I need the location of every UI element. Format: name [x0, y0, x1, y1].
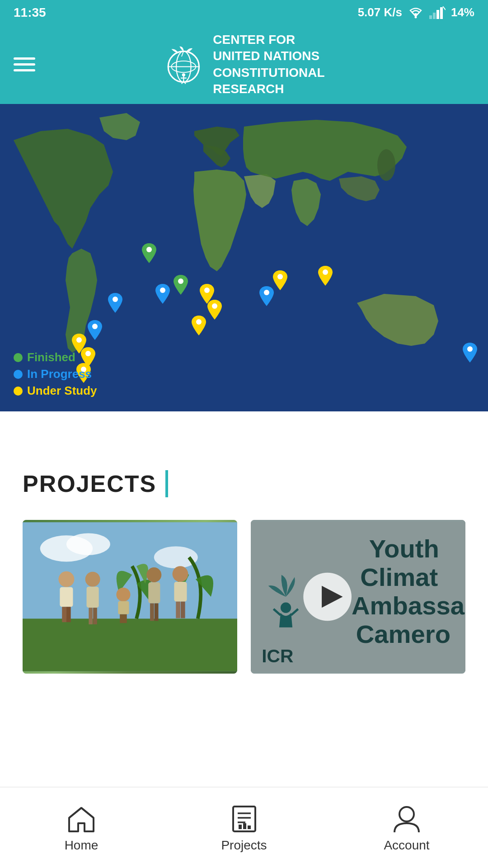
svg-rect-43	[87, 587, 99, 608]
svg-rect-73	[243, 823, 246, 829]
legend-finished: Finished	[14, 350, 97, 364]
home-label: Home	[65, 838, 99, 853]
svg-rect-4	[440, 7, 443, 19]
status-bar: 11:35 5.07 K/s 14%	[0, 0, 488, 25]
svg-point-30	[160, 288, 165, 293]
svg-point-17	[377, 149, 395, 181]
svg-rect-47	[118, 601, 129, 614]
svg-text:Camero: Camero	[356, 620, 450, 648]
projects-title: PROJECTS	[23, 470, 156, 497]
status-right: 5.07 K/s 14%	[358, 5, 474, 19]
svg-point-38	[58, 571, 74, 587]
logo-area: CENTER FOR UNITED NATIONS CONSTITUTIONAL…	[163, 32, 324, 98]
svg-point-75	[399, 807, 414, 821]
account-label: Account	[384, 838, 429, 853]
svg-rect-37	[23, 618, 237, 671]
svg-point-49	[146, 567, 161, 582]
globe-icon	[163, 44, 204, 85]
wifi-icon	[408, 6, 424, 19]
svg-text:Ambassa: Ambassa	[352, 591, 465, 620]
svg-rect-56	[181, 602, 185, 618]
gap-section	[0, 411, 488, 443]
home-icon	[66, 803, 97, 835]
hamburger-menu[interactable]	[14, 57, 35, 71]
svg-rect-54	[174, 582, 187, 602]
account-icon	[391, 803, 422, 835]
nav-account[interactable]: Account	[325, 803, 488, 853]
svg-point-58	[281, 603, 291, 613]
svg-rect-45	[93, 608, 97, 624]
network-speed: 5.07 K/s	[358, 5, 402, 19]
svg-point-0	[414, 16, 417, 18]
legend-inprogress: In Progress	[14, 367, 97, 381]
svg-point-24	[277, 274, 283, 279]
svg-rect-48	[120, 614, 127, 623]
bottom-navigation: Home Projects Account	[0, 787, 488, 868]
svg-point-46	[116, 588, 130, 602]
map-legend: Finished In Progress Under Study	[14, 350, 97, 398]
card2-illustration: Youth Climat Ambassa Camero ICR	[251, 520, 465, 674]
svg-rect-50	[148, 582, 160, 604]
world-map[interactable]: Finished In Progress Under Study	[0, 104, 488, 411]
project-card-2[interactable]: Youth Climat Ambassa Camero ICR	[251, 520, 465, 674]
svg-point-27	[178, 278, 183, 284]
svg-point-31	[264, 290, 269, 295]
svg-point-29	[92, 324, 98, 329]
svg-point-42	[85, 572, 100, 587]
legend-understudy: Under Study	[14, 384, 97, 398]
svg-rect-1	[429, 15, 432, 19]
svg-point-26	[146, 247, 152, 252]
signal-icon	[429, 6, 446, 19]
projects-section-header: PROJECTS	[23, 470, 465, 497]
svg-rect-39	[60, 587, 73, 607]
svg-rect-74	[248, 826, 251, 829]
svg-point-21	[204, 288, 210, 293]
svg-point-35	[66, 533, 110, 555]
app-header: CENTER FOR UNITED NATIONS CONSTITUTIONAL…	[0, 25, 488, 104]
svg-rect-52	[155, 604, 159, 621]
project-card-1[interactable]	[23, 520, 237, 674]
svg-point-11	[182, 73, 185, 76]
svg-point-25	[323, 269, 328, 275]
card2-background: Youth Climat Ambassa Camero ICR	[251, 520, 465, 674]
svg-line-5	[443, 6, 446, 10]
svg-point-22	[212, 303, 217, 309]
svg-text:Youth: Youth	[369, 534, 439, 563]
svg-rect-55	[176, 602, 180, 618]
svg-point-53	[173, 566, 188, 582]
svg-text:ICR: ICR	[262, 646, 293, 666]
org-name: CENTER FOR UNITED NATIONS CONSTITUTIONAL…	[213, 32, 324, 98]
svg-text:Climat: Climat	[360, 563, 438, 591]
svg-rect-72	[239, 825, 242, 829]
svg-rect-44	[89, 608, 93, 624]
svg-rect-51	[150, 604, 154, 621]
battery-level: 14%	[451, 5, 474, 19]
svg-point-18	[76, 337, 82, 343]
projects-icon	[228, 803, 260, 835]
card1-illustration	[23, 520, 237, 674]
projects-label: Projects	[221, 838, 267, 853]
svg-point-28	[113, 297, 118, 302]
svg-point-23	[196, 319, 202, 325]
svg-point-32	[467, 346, 473, 352]
svg-rect-3	[436, 10, 439, 19]
projects-divider	[165, 470, 168, 497]
svg-rect-40	[62, 607, 66, 622]
status-time: 11:35	[14, 5, 46, 20]
project-cards: Youth Climat Ambassa Camero ICR	[23, 520, 465, 674]
nav-home[interactable]: Home	[0, 803, 163, 853]
content-area: PROJECTS	[0, 443, 488, 674]
svg-rect-2	[433, 13, 436, 19]
svg-rect-41	[66, 607, 71, 622]
nav-projects[interactable]: Projects	[163, 803, 325, 853]
card1-background	[23, 520, 237, 674]
